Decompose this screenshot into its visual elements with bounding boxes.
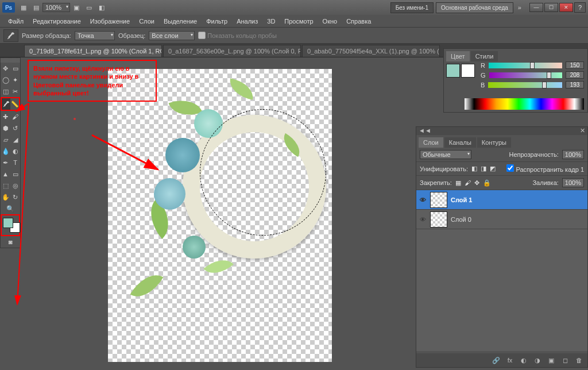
menu-view[interactable]: Просмотр [280, 16, 318, 26]
mini-bridge-icon[interactable]: ▤ [31, 2, 41, 13]
tab-paths[interactable]: Контуры [477, 137, 511, 148]
dodge-tool[interactable]: ◐ [10, 145, 20, 157]
sample-label: Образец: [118, 32, 145, 39]
panel-close-icon[interactable]: ✕ [580, 127, 585, 135]
background-swatch[interactable] [461, 64, 475, 78]
shape-tool[interactable]: ▭ [10, 168, 20, 180]
quick-mask-tool[interactable]: ◙ [1, 236, 20, 248]
maximize-button[interactable]: ☐ [544, 3, 558, 12]
link-layers-icon[interactable]: 🔗 [492, 357, 500, 364]
adjustment-layer-icon[interactable]: ◑ [533, 357, 541, 364]
marquee-tool[interactable]: ▭ [10, 63, 20, 74]
delete-layer-icon[interactable]: 🗑 [575, 357, 583, 364]
menu-window[interactable]: Окно [318, 16, 342, 26]
layer-name[interactable]: Слой 1 [451, 196, 472, 203]
spectrum-ramp[interactable] [465, 98, 584, 110]
foreground-color[interactable] [3, 218, 13, 228]
slice-tool[interactable]: ✂ [10, 86, 20, 97]
document-tab-active[interactable]: 0_719d8_178fe61f_L.png @ 100% (Слой 1, R… [24, 45, 162, 57]
current-tool-indicator[interactable] [3, 29, 18, 42]
path-select-tool[interactable]: ▲ [1, 168, 10, 180]
unify-style-icon[interactable]: ◩ [490, 165, 496, 172]
gradient-tool[interactable]: ◢ [10, 134, 20, 145]
tab-color[interactable]: Цвет [446, 51, 470, 61]
opacity-input[interactable]: 100% [562, 150, 584, 159]
lock-pixels-icon[interactable]: 🖌 [465, 179, 471, 186]
lock-transparency-icon[interactable]: ▦ [455, 179, 461, 187]
bridge-icon[interactable]: ▦ [18, 2, 29, 13]
lock-all-icon[interactable]: 🔒 [483, 179, 491, 187]
menu-3d[interactable]: 3D [262, 16, 280, 26]
3d-camera-tool[interactable]: ◎ [10, 180, 20, 191]
zoom-level[interactable]: 100% [42, 3, 70, 12]
g-input[interactable] [566, 71, 584, 79]
minimize-button[interactable]: — [529, 3, 543, 12]
rotate-view-tool[interactable]: ↻ [10, 191, 20, 203]
hand-tool[interactable]: ✋ [1, 191, 10, 203]
g-slider[interactable] [489, 72, 562, 78]
layer-row[interactable]: 👁 Слой 0 [416, 210, 587, 229]
brush-tool[interactable]: 🖌 [10, 111, 20, 122]
expand-icon[interactable]: » [514, 2, 525, 13]
menu-analysis[interactable]: Анализ [232, 16, 262, 26]
tab-layers[interactable]: Слои [419, 137, 443, 148]
menu-select[interactable]: Выделение [159, 16, 202, 26]
color-swatches[interactable] [2, 217, 21, 234]
layer-mask-icon[interactable]: ◐ [520, 357, 528, 364]
b-slider[interactable] [488, 82, 562, 88]
menu-layer[interactable]: Слои [134, 16, 159, 26]
menu-file[interactable]: Файл [3, 16, 28, 26]
menu-edit[interactable]: Редактирование [28, 16, 86, 26]
ruler-tool[interactable]: 📏 [10, 98, 19, 110]
tab-swatches[interactable]: Стили [471, 51, 498, 61]
tab-channels[interactable]: Каналы [444, 137, 476, 148]
visibility-icon[interactable]: 👁 [419, 215, 427, 223]
document-tab[interactable]: 0_a1687_5636e00e_L.png @ 100% (Слой 0, R… [163, 45, 301, 57]
view-extras-icon[interactable]: ▣ [71, 2, 82, 13]
group-icon[interactable]: ▣ [547, 357, 555, 364]
r-slider[interactable] [489, 63, 562, 68]
propagate-checkbox[interactable]: Распространить кадр 1 [506, 164, 584, 173]
close-button[interactable]: ✕ [559, 3, 573, 12]
layer-thumbnail[interactable] [430, 192, 447, 208]
stamp-tool[interactable]: ⬢ [1, 122, 10, 134]
screen-mode-icon[interactable]: ▭ [84, 2, 94, 13]
layer-row[interactable]: 👁 Слой 1 [416, 190, 587, 210]
layer-style-icon[interactable]: fx [506, 357, 514, 364]
b-input[interactable] [566, 81, 584, 88]
sample-size-select[interactable]: Точка [75, 31, 115, 40]
eraser-tool[interactable]: ▱ [1, 134, 10, 145]
zoom-tool[interactable]: 🔍 [1, 203, 20, 214]
lasso-tool[interactable]: ◯ [1, 74, 10, 86]
unify-visibility-icon[interactable]: ◨ [481, 165, 486, 172]
menu-help[interactable]: Справка [342, 16, 376, 26]
type-tool[interactable]: T [10, 157, 20, 168]
layer-name[interactable]: Слой 0 [451, 216, 471, 223]
pen-tool[interactable]: ✒ [1, 157, 10, 168]
r-input[interactable] [566, 61, 584, 69]
blend-mode-select[interactable]: Обычные [420, 150, 471, 159]
wand-tool[interactable]: ✦ [10, 74, 20, 86]
visibility-icon[interactable]: 👁 [419, 196, 427, 204]
sample-layers-select[interactable]: Все слои [149, 31, 195, 40]
eyedropper-tool[interactable] [2, 98, 10, 110]
fill-input[interactable]: 100% [562, 178, 584, 187]
document-tab[interactable]: 0_abab0_775094f5e4a_XXL (1).png @ 100% (… [302, 45, 440, 57]
move-tool[interactable]: ✥ [1, 63, 10, 74]
new-layer-icon[interactable]: ◻ [561, 357, 569, 364]
healing-tool[interactable]: ✚ [1, 111, 10, 122]
cs-live-button[interactable]: ? [574, 2, 586, 13]
blur-tool[interactable]: 💧 [1, 145, 10, 157]
unify-position-icon[interactable]: ◧ [471, 165, 477, 172]
lock-position-icon[interactable]: ✥ [474, 179, 479, 187]
arrange-icon[interactable]: ◧ [96, 2, 107, 13]
3d-tool[interactable]: ⬚ [1, 180, 10, 191]
crop-tool[interactable]: ◫ [1, 86, 10, 97]
workspace-switcher[interactable]: Основная рабочая среда [436, 2, 513, 13]
foreground-swatch[interactable] [446, 64, 460, 78]
menu-filter[interactable]: Фильтр [202, 16, 232, 26]
history-brush-tool[interactable]: ↺ [10, 122, 20, 134]
layer-thumbnail[interactable] [430, 211, 447, 228]
menu-image[interactable]: Изображение [86, 16, 134, 26]
show-sampling-ring-checkbox[interactable]: Показать кольцо пробы [198, 32, 277, 39]
